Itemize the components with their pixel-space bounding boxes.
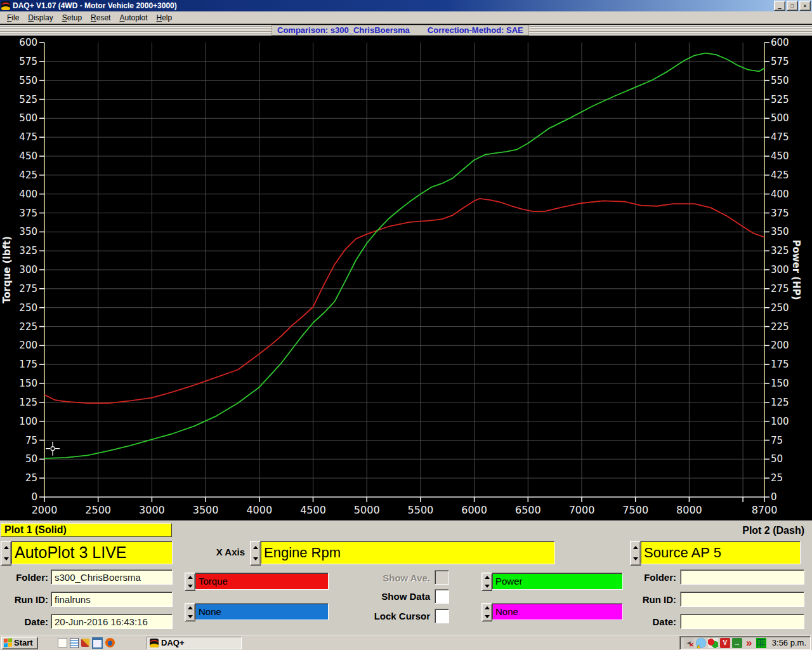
axis-tick-label: 6000	[461, 504, 487, 516]
grid-icon[interactable]	[756, 638, 766, 648]
axis-tick-label: 50	[25, 453, 37, 465]
axis-tick-label: 500	[19, 112, 37, 124]
axis-tick-label: 400	[19, 189, 37, 200]
axis-tick-label: 5000	[354, 504, 380, 516]
comparison-bar: Comparison: s300_ChrisBoersma Correction…	[0, 25, 812, 36]
spin-down-icon[interactable]	[1, 554, 11, 566]
spin-down-icon[interactable]	[185, 613, 195, 621]
update-icon[interactable]	[732, 638, 742, 648]
x-axis-field[interactable]: Engine Rpm	[260, 541, 555, 564]
start-button[interactable]: Start	[1, 637, 38, 649]
plot1-channel1-spinner[interactable]	[185, 573, 195, 591]
axis-tick-label: 0	[31, 491, 37, 503]
axis-tick-label: 350	[19, 226, 37, 237]
menu-file[interactable]: File	[3, 12, 23, 23]
menu-help[interactable]: Help	[152, 12, 177, 23]
fastforward-icon[interactable]	[744, 638, 754, 648]
spin-up-icon[interactable]	[482, 573, 492, 582]
minimize-button[interactable]: _	[774, 1, 785, 11]
plot1-date-field[interactable]: 20-Jun-2016 16:43:16	[51, 614, 173, 629]
menu-display[interactable]: Display	[23, 12, 57, 23]
plot2-folder-field[interactable]	[680, 569, 804, 585]
plot1-source-field[interactable]: AutoPlot 3 LIVE	[11, 541, 173, 564]
system-tray: 3:56 p.m.	[679, 636, 811, 650]
spin-up-icon[interactable]	[185, 573, 195, 582]
plot2-channel2-field[interactable]: None	[492, 603, 623, 620]
plot2-channel1-field[interactable]: Power	[492, 573, 623, 590]
spin-down-icon[interactable]	[631, 554, 640, 566]
plot2-runid-label: Run ID:	[623, 594, 676, 605]
plot2-channel2-spinner[interactable]	[481, 603, 492, 621]
show-desktop-icon[interactable]	[58, 638, 67, 647]
axis-tick-label: 600	[771, 37, 789, 48]
vnc-icon[interactable]	[720, 638, 730, 648]
axis-tick-label: 8700	[752, 504, 778, 516]
axis-tick-label: 375	[771, 208, 789, 219]
plot2-runid-field[interactable]	[680, 592, 804, 607]
axis-tick-label: 125	[771, 397, 789, 408]
spin-up-icon[interactable]	[1, 541, 11, 554]
plot2-source-spinner[interactable]	[630, 541, 641, 566]
close-button[interactable]: ✕	[799, 1, 811, 11]
x-axis-spinner[interactable]	[250, 541, 261, 566]
axis-tick-label: 150	[19, 378, 37, 389]
taskbar-task-daq[interactable]: DAQ+	[147, 637, 242, 649]
restore-button[interactable]: ❐	[787, 1, 798, 11]
axis-tick-label: 5500	[408, 504, 434, 516]
plot2-date-field[interactable]	[680, 614, 804, 629]
plot1-channel2-spinner[interactable]	[185, 603, 195, 621]
windows-logo-icon	[4, 638, 12, 647]
plot1-folder-field[interactable]: s300_ChrisBoersma	[51, 569, 173, 585]
axis-tick-label: 450	[771, 150, 789, 162]
lock-cursor-label: Lock Cursor	[354, 611, 430, 621]
lock-cursor-checkbox[interactable]	[435, 609, 449, 623]
network-warning-icon[interactable]	[696, 638, 706, 648]
paint-icon[interactable]	[81, 639, 89, 647]
mute-icon[interactable]	[684, 638, 694, 648]
show-ave-checkbox	[435, 570, 449, 585]
axis-tick-label: 500	[771, 112, 789, 124]
spin-down-icon[interactable]	[482, 613, 492, 621]
show-data-checkbox[interactable]	[435, 589, 449, 604]
notes-icon[interactable]	[70, 638, 79, 648]
plot1-runid-field[interactable]: finalruns	[51, 592, 173, 607]
spin-up-icon[interactable]	[251, 541, 260, 554]
axis-tick-label: 75	[771, 435, 783, 446]
axis-tick-label: 125	[19, 397, 37, 408]
plot2-channel1-spinner[interactable]	[481, 573, 492, 591]
spin-down-icon[interactable]	[251, 554, 260, 566]
cursor-crosshair-icon[interactable]	[46, 442, 60, 456]
plot2-source-field[interactable]: Source AP 5	[640, 541, 801, 564]
axis-tick-label: 325	[771, 245, 789, 256]
spin-down-icon[interactable]	[185, 582, 195, 591]
menu-reset[interactable]: Reset	[86, 12, 115, 23]
window-title: DAQ+ V1.07 (4WD - Motor Vehicle 2000+300…	[13, 1, 773, 10]
show-data-label: Show Data	[354, 591, 430, 602]
axis-tick-label: 575	[19, 56, 37, 67]
comparison-value: Comparison: s300_ChrisBoersma	[277, 25, 410, 35]
axis-tick-label: 575	[771, 56, 789, 67]
spin-up-icon[interactable]	[185, 604, 195, 613]
axis-tick-label: 8000	[676, 504, 702, 516]
show-ave-label: Show Ave.	[354, 573, 430, 583]
firefox-icon[interactable]	[105, 638, 115, 647]
users-icon[interactable]	[708, 638, 718, 648]
menu-bar: FileDisplaySetupResetAutoplotHelp	[0, 11, 812, 24]
title-bar: DAQ+ V1.07 (4WD - Motor Vehicle 2000+300…	[0, 0, 812, 11]
chart-canvas[interactable]: 0025255050757510010012512515015017517520…	[0, 36, 812, 521]
menu-setup[interactable]: Setup	[58, 12, 86, 23]
spin-up-icon[interactable]	[482, 604, 492, 613]
plot1-source-spinner[interactable]	[1, 541, 11, 566]
ie-icon[interactable]	[44, 637, 55, 648]
window-icon[interactable]	[92, 637, 103, 649]
axis-tick-label: 7000	[569, 504, 595, 516]
plot1-channel1-field[interactable]: Torque	[195, 573, 329, 590]
spin-down-icon[interactable]	[482, 582, 492, 591]
axis-tick-label: 325	[19, 245, 37, 256]
quick-launch	[44, 637, 115, 649]
dyno-chart[interactable]: 0025255050757510010012512515015017517520…	[0, 36, 812, 521]
plot1-channel2-field[interactable]: None	[195, 603, 329, 620]
menu-autoplot[interactable]: Autoplot	[115, 12, 152, 23]
spin-up-icon[interactable]	[631, 541, 640, 554]
axis-tick-label: 400	[771, 189, 789, 200]
